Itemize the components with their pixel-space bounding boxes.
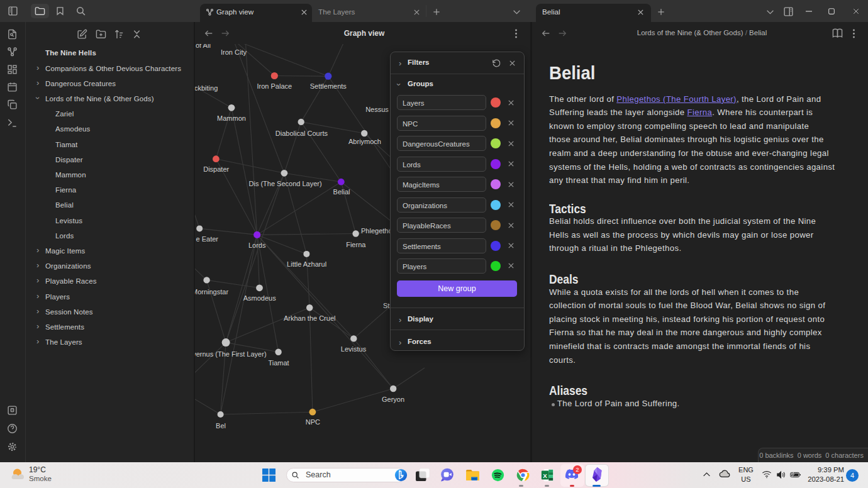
svg-text:NPC: NPC: [306, 418, 320, 426]
svg-text:Tiamat: Tiamat: [268, 359, 289, 367]
svg-text:Dis (The Second Layer): Dis (The Second Layer): [249, 180, 322, 187]
svg-text:Morningstar: Morningstar: [195, 288, 228, 296]
svg-text:Levistus: Levistus: [341, 345, 367, 353]
svg-text:Avernus (The First Layer): Avernus (The First Layer): [195, 350, 267, 358]
svg-text:Fierna: Fierna: [346, 241, 366, 248]
svg-text:ckbiting: ckbiting: [195, 84, 218, 92]
svg-text:Geryon: Geryon: [382, 396, 404, 403]
svg-text:Lords: Lords: [248, 241, 266, 249]
svg-text:X: X: [543, 472, 547, 479]
svg-text:Bel: Bel: [216, 422, 226, 430]
svg-text:Iron Palace: Iron Palace: [257, 82, 292, 90]
svg-text:e Eater: e Eater: [196, 235, 219, 243]
svg-text:Asmodeus: Asmodeus: [243, 294, 276, 302]
svg-text:Diabolical Courts: Diabolical Courts: [275, 130, 328, 137]
svg-text:Nessus: Nessus: [365, 106, 389, 113]
svg-text:Little Azharul: Little Azharul: [287, 260, 326, 268]
svg-text:Settlements: Settlements: [310, 82, 347, 90]
svg-text:Arkhan the Cruel: Arkhan the Cruel: [284, 314, 336, 322]
svg-text:Dispater: Dispater: [203, 165, 229, 173]
svg-text:Belial: Belial: [333, 188, 350, 196]
svg-text:Abriymoch: Abriymoch: [348, 138, 381, 145]
svg-text:Iron City: Iron City: [221, 48, 247, 56]
svg-text:of All: of All: [196, 44, 211, 49]
svg-text:Mammon: Mammon: [217, 114, 246, 122]
